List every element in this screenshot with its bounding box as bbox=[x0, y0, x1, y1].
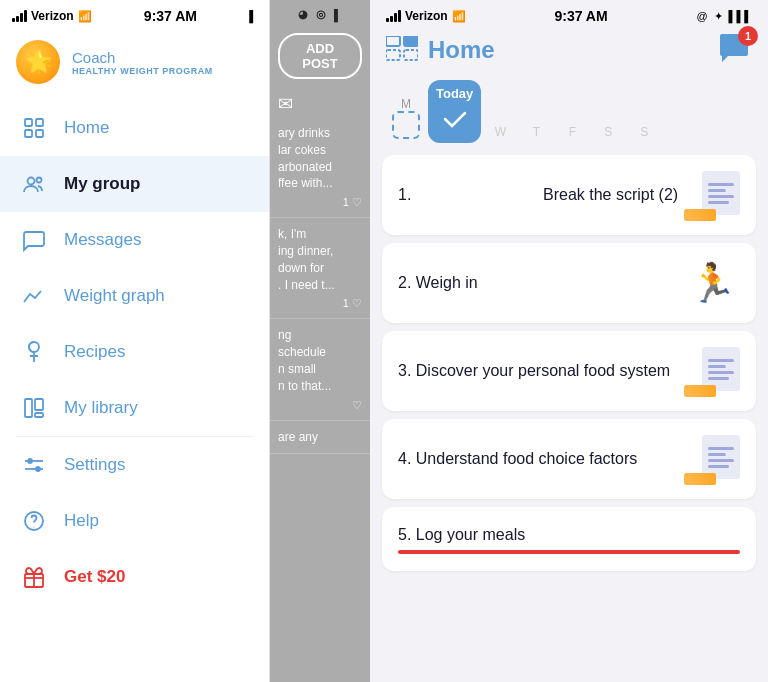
task-title-3: 3. Discover your personal food system bbox=[398, 360, 684, 382]
sidebar-item-help[interactable]: Help bbox=[0, 493, 269, 549]
day-label-today: Today bbox=[436, 86, 473, 101]
group-icon bbox=[20, 170, 48, 198]
recipes-icon bbox=[20, 338, 48, 366]
task-text-1: Break the script (2) bbox=[543, 184, 684, 206]
sidebar-item-weight-graph[interactable]: Weight graph bbox=[0, 268, 269, 324]
main-battery-icon: ▌▌▌ bbox=[729, 10, 752, 22]
task-title-2: 2. Weigh in bbox=[398, 272, 684, 294]
messages-icon-feed: ✉ bbox=[278, 93, 362, 115]
library-icon bbox=[20, 394, 48, 422]
svg-point-15 bbox=[34, 527, 35, 528]
main-bt-icon: ✦ bbox=[714, 10, 723, 23]
sidebar-item-label-messages: Messages bbox=[64, 230, 141, 250]
feed-item-2: k, I'ming dinner,down for. I need t... 1… bbox=[270, 218, 370, 319]
svg-rect-3 bbox=[36, 130, 43, 137]
svg-rect-20 bbox=[404, 36, 418, 46]
task-card-1[interactable]: 1. Break the script (2) bbox=[382, 155, 756, 235]
sidebar-item-label-recipes: Recipes bbox=[64, 342, 125, 362]
notification-badge: 1 bbox=[738, 26, 758, 46]
weigh-person-emoji: 🏃 bbox=[689, 261, 736, 305]
home-page-icon bbox=[386, 36, 418, 64]
task-list: 1. Break the script (2) 2. Weigh in 🏃 bbox=[370, 147, 768, 682]
page-title: Home bbox=[428, 36, 495, 64]
sidebar-item-my-library[interactable]: My library bbox=[0, 380, 269, 436]
feed-item-3: ngschedulen smalln to that... ♡ bbox=[270, 319, 370, 420]
svg-rect-8 bbox=[35, 399, 43, 410]
task-progress-bar bbox=[398, 550, 740, 554]
task-card-4[interactable]: 4. Understand food choice factors bbox=[382, 419, 756, 499]
settings-icon bbox=[20, 451, 48, 479]
coach-sublabel: HEALTHY WEIGHT PROGRAM bbox=[72, 66, 213, 76]
sidebar-item-home[interactable]: Home bbox=[0, 100, 269, 156]
day-label-w: W bbox=[495, 125, 506, 139]
feed-item-text-2: k, I'ming dinner,down for. I need t... bbox=[278, 226, 362, 293]
svg-point-5 bbox=[37, 178, 42, 183]
task-title-4: 4. Understand food choice factors bbox=[398, 448, 684, 470]
gift-icon bbox=[20, 563, 48, 591]
coach-section[interactable]: 🌟 Coach HEALTHY WEIGHT PROGRAM bbox=[0, 28, 269, 100]
task-icon-1 bbox=[684, 169, 740, 221]
main-at-icon: @ bbox=[696, 10, 707, 22]
sidebar-item-label-get20: Get $20 bbox=[64, 567, 125, 587]
svg-rect-19 bbox=[386, 36, 400, 46]
task-card-2[interactable]: 2. Weigh in 🏃 bbox=[382, 243, 756, 323]
sidebar-item-label-help: Help bbox=[64, 511, 99, 531]
svg-point-12 bbox=[28, 459, 32, 463]
sidebar-item-messages[interactable]: Messages bbox=[0, 212, 269, 268]
avatar: 🌟 bbox=[16, 40, 60, 84]
home-icon bbox=[20, 114, 48, 142]
sidebar-item-label-my-group: My group bbox=[64, 174, 141, 194]
add-post-button[interactable]: ADD POST bbox=[278, 33, 362, 79]
carrier-label: Verizon bbox=[31, 9, 74, 23]
svg-rect-9 bbox=[35, 413, 43, 417]
like-count-2[interactable]: 1 ♡ bbox=[343, 297, 362, 310]
day-selector: M Today W T F S bbox=[370, 76, 768, 147]
feed-item-4: are any bbox=[270, 421, 370, 455]
notification-bubble[interactable]: 1 bbox=[718, 32, 752, 68]
day-label-s2: S bbox=[640, 125, 648, 139]
svg-rect-7 bbox=[25, 399, 32, 417]
feed-item-text: ary drinkslar cokesarbonatedffee with... bbox=[278, 125, 362, 192]
feed-item-actions-2: 1 ♡ bbox=[278, 297, 362, 310]
day-label-s1: S bbox=[604, 125, 612, 139]
day-label-f: F bbox=[569, 125, 576, 139]
task-card-5[interactable]: 5. Log your meals bbox=[382, 507, 756, 571]
like-count-3[interactable]: ♡ bbox=[352, 399, 362, 412]
wifi-icon: 📶 bbox=[78, 10, 92, 23]
messages-icon bbox=[20, 226, 48, 254]
sidebar-item-get20[interactable]: Get $20 bbox=[0, 549, 269, 605]
day-label-m: M bbox=[401, 97, 411, 111]
sidebar-item-label-home: Home bbox=[64, 118, 109, 138]
svg-rect-1 bbox=[36, 119, 43, 126]
svg-rect-2 bbox=[25, 130, 32, 137]
sidebar-item-recipes[interactable]: Recipes bbox=[0, 324, 269, 380]
task-card-3[interactable]: 3. Discover your personal food system bbox=[382, 331, 756, 411]
task-icon-2: 🏃 bbox=[684, 257, 740, 309]
svg-point-6 bbox=[29, 342, 39, 352]
sidebar-item-label-weight-graph: Weight graph bbox=[64, 286, 165, 306]
feed-item-1: ary drinkslar cokesarbonatedffee with...… bbox=[270, 117, 370, 218]
battery-icon: ▌ bbox=[249, 10, 257, 22]
like-count[interactable]: 1 ♡ bbox=[343, 196, 362, 209]
day-label-t: T bbox=[533, 125, 540, 139]
sidebar-item-my-group[interactable]: My group bbox=[0, 156, 269, 212]
help-icon bbox=[20, 507, 48, 535]
day-checkbox-m[interactable] bbox=[392, 111, 420, 139]
task-icon-4 bbox=[684, 433, 740, 485]
main-carrier-label: Verizon bbox=[405, 9, 448, 23]
day-today[interactable]: Today bbox=[428, 80, 481, 143]
main-signal-icon bbox=[386, 10, 401, 22]
time-label: 9:37 AM bbox=[144, 8, 197, 24]
svg-rect-21 bbox=[386, 50, 400, 60]
status-bar-left: Verizon 📶 9:37 AM ▌ bbox=[0, 0, 269, 28]
weight-graph-icon bbox=[20, 282, 48, 310]
coach-label: Coach bbox=[72, 49, 213, 66]
feed-item-actions: 1 ♡ bbox=[278, 196, 362, 209]
task-icon-3 bbox=[684, 345, 740, 397]
sidebar: Verizon 📶 9:37 AM ▌ 🌟 Coach HEALTHY WEIG… bbox=[0, 0, 270, 682]
svg-rect-0 bbox=[25, 119, 32, 126]
sidebar-item-settings[interactable]: Settings bbox=[0, 437, 269, 493]
task-title-1: 1. bbox=[398, 184, 539, 206]
main-panel: Verizon 📶 9:37 AM @ ✦ ▌▌▌ Home 1 bbox=[370, 0, 768, 682]
main-time-label: 9:37 AM bbox=[554, 8, 607, 24]
